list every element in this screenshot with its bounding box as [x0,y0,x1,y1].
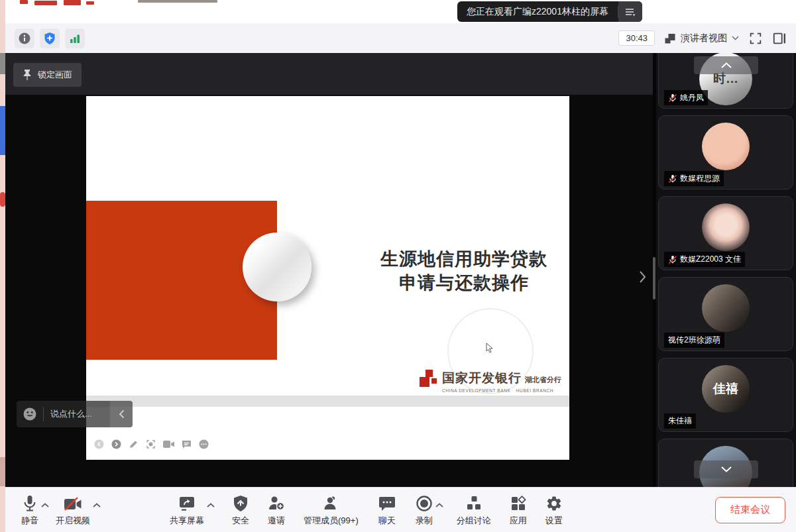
stage-expand-button[interactable] [639,270,646,284]
chevron-up-icon [435,503,443,507]
avatar [702,123,750,170]
record-button[interactable]: 录制 [416,494,433,527]
chat-collapse-button[interactable] [110,401,133,427]
chat-button[interactable]: 聊天 [378,494,396,527]
breakout-label: 分组讨论 [457,515,491,527]
apps-label: 应用 [510,515,527,527]
prev-slide-icon[interactable] [94,439,104,449]
camera-off-icon [63,496,83,512]
smiley-icon [23,407,37,421]
chat-input[interactable]: 说点什么... [44,408,110,420]
security-status-button[interactable] [40,28,60,48]
participant-name: 视传2班徐源萌 [668,335,720,346]
shared-screen-slide: 生源地信用助学贷款 申请与还款操作 国家开发银行 湖北省分行 CHINA DEV… [86,96,569,460]
background-window-artifact [0,106,5,155]
chevron-up-icon [93,503,101,507]
participant-name-tag: 视传2班徐源萌 [664,333,724,348]
bank-name-cn: 国家开发银行 [442,370,522,387]
security-shield-icon [233,495,249,512]
slide-title-line1: 生源地信用助学贷款 [365,247,563,271]
annotate-pencil-icon[interactable] [129,439,139,449]
slide-gray-band [86,396,569,407]
bank-branch-cn: 湖北省分行 [525,375,561,385]
avatar [702,203,750,251]
chevron-up-icon [207,503,215,507]
watching-banner: 您正在观看广编z22001林柱的屏幕 [457,1,642,22]
background-desktop-sliver [0,0,5,532]
participant-tile[interactable]: 数媒程思源 [658,115,793,189]
watching-banner-text: 您正在观看广编z22001林柱的屏幕 [457,6,618,18]
manage-members-button[interactable]: 管理成员(99+) [304,494,359,527]
share-options-button[interactable] [207,503,215,517]
lock-view-button[interactable]: 锁定画面 [13,63,82,87]
breakout-icon [465,495,483,512]
mute-button[interactable]: 静音 [21,494,38,527]
side-panel-toggle-button[interactable] [772,31,787,46]
breakout-rooms-button[interactable]: 分组讨论 [457,494,491,527]
scroll-down-button[interactable] [694,460,758,478]
participant-tile[interactable]: 佳禧 朱佳禧 [658,358,793,432]
fullscreen-icon [748,31,763,46]
stage: 锁定画面 生源地信用助学贷款 申请与还款操作 国家开发银行 湖北省分行 C [5,53,653,487]
emoji-button[interactable] [17,407,43,421]
network-quality-button[interactable] [65,28,85,48]
apps-icon [510,495,527,512]
chat-quick-bar: 说点什么... [17,401,133,427]
mute-options-button[interactable] [41,503,49,517]
record-label: 录制 [416,515,433,527]
mouse-cursor [486,343,494,353]
participant-name-tag: 数媒程思源 [664,171,724,186]
background-window-artifact [0,192,5,207]
fullscreen-button[interactable] [748,31,763,46]
share-screen-label: 共享屏幕 [170,515,204,527]
next-slide-icon[interactable] [111,439,121,449]
record-options-button[interactable] [435,503,443,517]
slide-title-line2: 申请与还款操作 [365,271,563,295]
scroll-up-button[interactable] [694,56,758,74]
control-bar: 静音 开启视频 共享屏幕 安全 [5,487,796,532]
background-window-artifact [0,53,5,74]
camera-icon[interactable] [163,440,174,449]
end-meeting-button[interactable]: 结束会议 [715,497,785,523]
security-button[interactable]: 安全 [232,494,249,527]
participant-name-tag: 姚丹凤 [664,90,708,105]
settings-gear-icon [545,495,563,512]
spotlight-icon[interactable] [146,439,156,449]
manage-members-label: 管理成员(99+) [304,515,359,527]
participant-name: 姚丹凤 [680,92,704,103]
participant-tile[interactable]: 数媒Z22003 文佳 [658,196,793,270]
view-mode-selector[interactable]: 演讲者视图 [664,32,739,44]
background-window-artifact [64,0,81,5]
splitter-handle[interactable] [653,257,655,299]
settings-label: 设置 [545,515,563,527]
comment-icon[interactable] [182,440,192,449]
bank-logo: 国家开发银行 湖北省分行 CHINA DEVELOPMENT BANK HUBE… [420,370,561,393]
background-window-artifact [138,0,217,3]
info-icon [18,32,31,45]
chat-bubble-icon [378,496,396,512]
meeting-info-button[interactable] [15,28,34,48]
more-icon[interactable] [199,439,209,449]
participant-name-tag: 朱佳禧 [664,413,696,429]
chevron-down-icon [732,36,739,40]
participant-name: 朱佳禧 [668,415,692,427]
mute-label: 静音 [21,515,38,527]
start-video-button[interactable]: 开启视频 [56,494,90,527]
invite-button[interactable]: 邀请 [268,494,285,527]
video-options-button[interactable] [93,503,101,517]
bank-name-en: CHINA DEVELOPMENT BANK [442,388,510,393]
banner-menu-icon [625,7,636,17]
share-screen-button[interactable]: 共享屏幕 [170,494,204,527]
share-screen-icon [178,495,196,512]
participant-name-tag: 数媒Z22003 文佳 [664,252,745,267]
participants-sidebar: 时… 姚丹凤 数媒程思源 [656,53,796,487]
banner-menu-button[interactable] [618,1,642,22]
participant-tile[interactable]: 视传2班徐源萌 [658,277,793,351]
settings-button[interactable]: 设置 [545,494,563,527]
signal-bars-icon [68,32,82,45]
bank-branch-en: HUBEI BRANCH [516,388,553,393]
apps-button[interactable]: 应用 [510,494,527,527]
muted-mic-icon [668,255,677,264]
muted-mic-icon [668,174,677,184]
shield-plus-icon [43,32,56,45]
